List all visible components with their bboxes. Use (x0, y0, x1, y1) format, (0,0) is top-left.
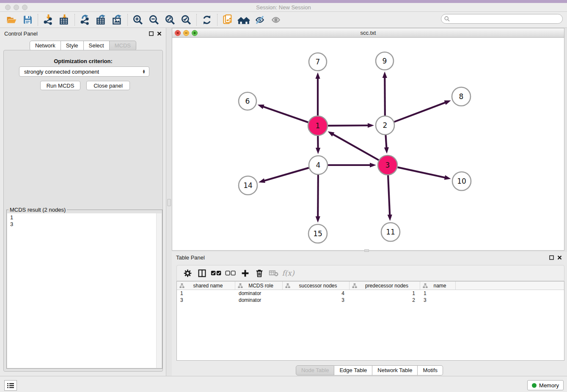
tab-style[interactable]: Style (61, 41, 84, 51)
search-input[interactable] (451, 15, 562, 23)
graph-node-7[interactable]: 7 (309, 53, 327, 71)
new-network-from-selection-icon[interactable] (220, 13, 236, 27)
export-table-icon[interactable] (93, 13, 109, 27)
graph-node-10[interactable]: 10 (452, 172, 471, 190)
svg-text:14: 14 (243, 181, 253, 190)
tab-mcds[interactable]: MCDS (110, 41, 136, 51)
close-table-panel-icon[interactable] (557, 255, 562, 260)
svg-text:10: 10 (457, 177, 466, 185)
table-row[interactable]: 1dominator411 (177, 290, 564, 297)
add-column-icon[interactable] (239, 267, 251, 279)
toolbar-separator (217, 14, 217, 26)
mcds-panel: Optimization criterion: strongly connect… (3, 50, 163, 372)
graph-edge-3-1[interactable] (328, 131, 379, 160)
float-table-panel-icon[interactable] (549, 255, 554, 260)
tab-edge-table[interactable]: Edge Table (334, 365, 372, 375)
column-header-name[interactable]: name (420, 282, 456, 290)
column-visibility-icon[interactable] (195, 267, 208, 279)
zoom-out-icon[interactable] (146, 13, 162, 27)
table-settings-icon[interactable] (181, 267, 194, 279)
tab-node-table[interactable]: Node Table (296, 365, 335, 375)
table-panel-tabs: Node TableEdge TableNetwork TableMotifs (172, 365, 567, 375)
column-header-predecessor-nodes[interactable]: predecessor nodes (350, 282, 420, 290)
table-cell: 3 (177, 297, 235, 303)
network-view-titlebar: scc.txt (172, 28, 564, 38)
graph-node-6[interactable]: 6 (239, 92, 256, 110)
select-all-icon[interactable] (210, 267, 223, 279)
graph-edge-1-7[interactable] (315, 72, 320, 116)
graph-node-15[interactable]: 15 (308, 224, 327, 243)
open-session-icon[interactable] (3, 13, 19, 27)
delete-column-icon[interactable] (253, 267, 266, 279)
window-title: Session: New Session (0, 4, 567, 11)
tab-network[interactable]: Network (30, 41, 61, 51)
svg-text:3: 3 (385, 161, 390, 169)
graph-edge-2-8[interactable] (394, 100, 451, 122)
import-table-icon[interactable] (56, 13, 72, 27)
export-network-icon[interactable] (77, 13, 93, 27)
svg-text:6: 6 (245, 97, 250, 105)
column-header-successor-nodes[interactable]: successor nodes (283, 282, 350, 290)
graph-edge-1-4[interactable] (316, 136, 320, 154)
zoom-view-icon[interactable] (192, 30, 198, 36)
search-field[interactable] (441, 14, 563, 24)
tab-motifs[interactable]: Motifs (418, 365, 443, 375)
graph-edge-2-9[interactable] (383, 72, 387, 116)
task-history-button[interactable] (4, 380, 17, 391)
graph-edge-4-14[interactable] (259, 168, 309, 183)
apply-layout-icon[interactable] (199, 13, 215, 27)
table-cell: 2 (350, 297, 420, 303)
network-graph-canvas[interactable]: 7968124314101511 (172, 38, 564, 250)
graph-node-3[interactable]: 3 (378, 155, 397, 175)
optimization-criterion-select[interactable]: strongly connected component ▲▼ (19, 66, 149, 77)
save-session-icon[interactable] (19, 13, 36, 27)
close-panel-icon[interactable] (157, 31, 162, 36)
tab-select[interactable]: Select (84, 41, 110, 51)
column-header-shared-name[interactable]: shared name (177, 282, 235, 290)
graph-edge-1-2[interactable] (328, 123, 374, 128)
svg-text:4: 4 (316, 161, 321, 169)
control-panel-tabs: NetworkStyleSelectMCDS (0, 41, 166, 51)
memory-button[interactable]: Memory (527, 380, 564, 390)
close-panel-button[interactable]: Close panel (86, 81, 130, 90)
search-icon (444, 16, 450, 22)
graph-node-2[interactable]: 2 (376, 116, 394, 135)
graph-edge-4-15[interactable] (316, 175, 320, 223)
mcds-result-group: MCDS result (2 nodes) 13 (6, 210, 162, 369)
show-graphics-details-icon[interactable] (268, 13, 284, 27)
graph-node-1[interactable]: 1 (308, 116, 328, 135)
tab-network-table[interactable]: Network Table (372, 365, 418, 375)
graph-node-14[interactable]: 14 (239, 176, 257, 195)
mcds-result-node: 1 (10, 214, 156, 221)
import-network-icon[interactable] (40, 13, 56, 27)
mcds-result-list[interactable]: 13 (7, 213, 156, 368)
graph-edge-3-11[interactable] (388, 175, 392, 221)
graph-node-9[interactable]: 9 (376, 52, 394, 70)
run-mcds-button[interactable]: Run MCDS (40, 81, 80, 90)
toolbar-separator (127, 14, 128, 26)
column-header-MCDS-role[interactable]: MCDS role (235, 282, 283, 290)
graph-node-4[interactable]: 4 (309, 156, 328, 174)
minimize-view-icon[interactable] (183, 30, 189, 36)
export-image-icon[interactable] (109, 13, 125, 27)
zoom-in-icon[interactable] (130, 13, 146, 27)
deselect-all-icon[interactable] (224, 267, 237, 279)
float-panel-icon[interactable] (149, 31, 154, 36)
home-view-icon[interactable] (236, 13, 252, 27)
vertical-splitter-handle[interactable] (167, 199, 171, 206)
graph-edge-3-10[interactable] (397, 167, 451, 180)
graph-edge-2-3[interactable] (384, 135, 389, 154)
graph-node-8[interactable]: 8 (452, 87, 471, 106)
graph-edge-4-3[interactable] (328, 163, 376, 167)
svg-text:7: 7 (316, 58, 320, 66)
node-table-header: shared nameMCDS rolesuccessor nodesprede… (177, 282, 564, 290)
table-cell: dominator (235, 290, 283, 296)
table-row[interactable]: 3dominator323 (177, 297, 564, 304)
mcds-result-scrollbar[interactable] (156, 213, 162, 368)
graph-node-11[interactable]: 11 (381, 223, 400, 241)
close-view-icon[interactable] (175, 30, 181, 36)
hide-graphics-details-icon[interactable] (252, 13, 268, 27)
zoom-fit-icon[interactable] (162, 13, 178, 27)
zoom-selected-icon[interactable] (178, 13, 194, 27)
graph-edge-1-6[interactable] (258, 105, 308, 122)
